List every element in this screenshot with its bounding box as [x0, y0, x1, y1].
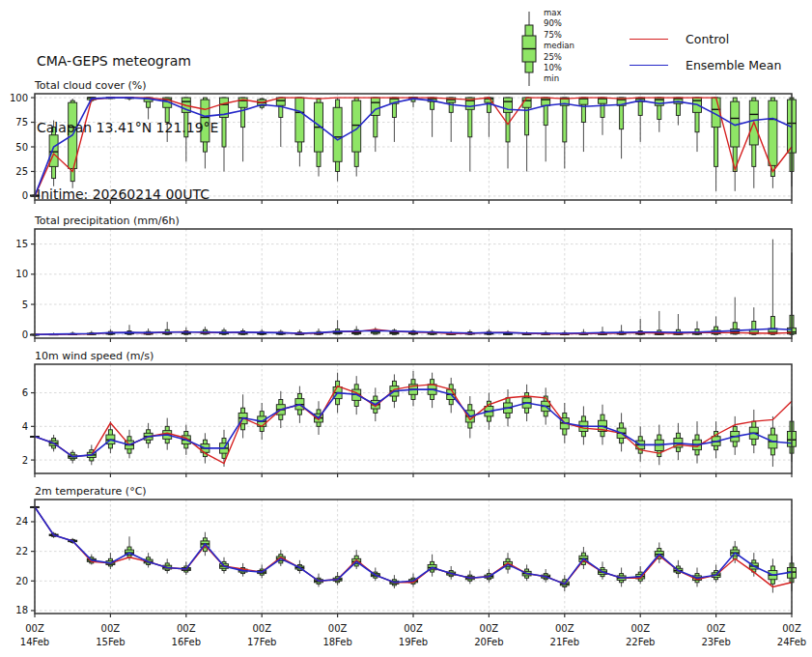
ensemble-mean-legend-label: Ensemble Mean [686, 58, 781, 72]
y-tick-label-precip: 5 [22, 300, 28, 310]
legend-label-max: max [544, 8, 574, 18]
x-tick-date-label: 14Feb [20, 637, 49, 647]
x-tick-hour-label: 00Z [630, 623, 650, 634]
header: CMA-GEPS meteogram Calapan 13.41°N 121.1… [37, 6, 218, 250]
legend-label-min: min [544, 73, 574, 84]
panel-temp: 2m temperature (°C)18202224 [15, 485, 796, 617]
ensemble-mean-line-swatch [630, 65, 668, 66]
x-tick-date-label: 18Feb [322, 637, 351, 647]
x-tick-date-label: 19Feb [399, 637, 428, 647]
panel-title-temp: 2m temperature (°C) [35, 485, 147, 498]
x-tick-date-label: 21Feb [550, 637, 579, 647]
meteogram: { "header": { "title": "CMA-GEPS meteogr… [0, 0, 812, 657]
boxplot-legend-labels: max 90% 75% median 25% 10% min [544, 8, 574, 89]
y-tick-label-precip: 0 [22, 329, 28, 340]
x-tick-hour-label: 00Z [25, 623, 44, 634]
x-axis-labels: 00Z14Feb00Z15Feb00Z16Feb00Z17Feb00Z18Feb… [20, 623, 806, 647]
x-tick-hour-label: 00Z [555, 623, 574, 634]
legend-label-p90: 90% [544, 18, 574, 29]
y-tick-label-cloud: 75 [15, 117, 28, 128]
control-legend-label: Control [686, 32, 729, 46]
x-tick-date-label: 17Feb [247, 637, 276, 647]
legend-label-median: median [544, 41, 574, 51]
x-tick-hour-label: 00Z [252, 623, 271, 634]
y-tick-label-wind: 2 [22, 455, 28, 466]
legend-label-p10: 10% [544, 63, 574, 73]
panel-wind: 10m wind speed (m/s)246 [22, 350, 797, 477]
x-tick-hour-label: 00Z [328, 623, 348, 634]
y-tick-label-cloud: 0 [22, 190, 28, 201]
legend-label-p25: 25% [544, 52, 574, 63]
y-tick-label-wind: 4 [22, 421, 28, 432]
x-tick-hour-label: 00Z [782, 623, 801, 634]
y-axis-precip: 051015 [15, 239, 35, 340]
y-tick-label-cloud: 25 [15, 166, 28, 177]
y-tick-label-precip: 10 [15, 269, 28, 279]
page-title: CMA-GEPS meteogram [37, 50, 218, 72]
x-tick-hour-label: 00Z [177, 623, 196, 634]
y-tick-label-cloud: 50 [15, 142, 28, 153]
control-line-swatch [630, 39, 668, 40]
y-axis-cloud: 0255075100 [10, 93, 35, 202]
x-tick-hour-label: 00Z [707, 623, 726, 634]
x-tick-date-label: 22Feb [626, 637, 655, 647]
y-tick-label-temp: 24 [15, 516, 28, 527]
y-tick-label-precip: 15 [15, 239, 28, 249]
x-tick-date-label: 16Feb [172, 637, 201, 647]
y-tick-label-cloud: 100 [10, 93, 28, 103]
y-tick-label-temp: 22 [15, 546, 28, 557]
x-tick-date-label: 24Feb [777, 637, 806, 647]
y-axis-wind: 246 [22, 387, 35, 466]
y-tick-label-temp: 20 [15, 576, 28, 586]
control-legend-item: Control [630, 32, 729, 46]
boxplot-legend: max 90% 75% median 25% 10% min [519, 8, 574, 89]
y-axis-temp: 18202224 [15, 516, 35, 615]
y-tick-label-wind: 6 [22, 387, 28, 398]
x-tick-hour-label: 00Z [480, 623, 499, 634]
legend-label-p75: 75% [544, 30, 574, 41]
location-title: Calapan 13.41°N 121.19°E [37, 117, 218, 139]
x-tick-hour-label: 00Z [101, 623, 121, 634]
boxplot-legend-glyph [519, 8, 539, 89]
x-tick-date-label: 20Feb [474, 637, 503, 647]
y-tick-label-temp: 18 [15, 605, 28, 615]
panel-title-wind: 10m wind speed (m/s) [35, 350, 154, 362]
init-time: Initime: 20260214 00UTC [37, 184, 218, 206]
x-tick-date-label: 23Feb [701, 637, 730, 647]
ensemble-mean-legend-item: Ensemble Mean [630, 58, 781, 72]
x-tick-hour-label: 00Z [404, 623, 423, 634]
x-tick-date-label: 15Feb [96, 637, 125, 647]
